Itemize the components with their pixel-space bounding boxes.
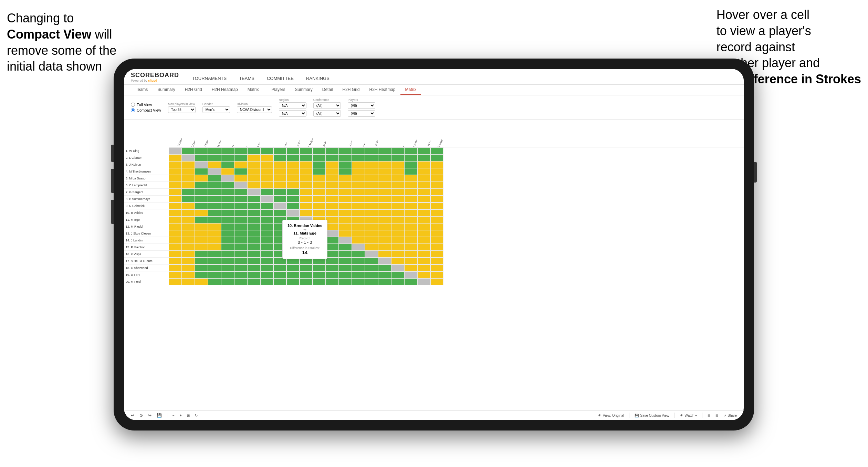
grid-cell[interactable] bbox=[208, 161, 221, 168]
grid-cell[interactable] bbox=[208, 230, 221, 237]
grid-cell[interactable] bbox=[208, 264, 221, 271]
grid-cell[interactable] bbox=[273, 278, 286, 285]
grid-cell[interactable] bbox=[339, 230, 352, 237]
fit-button[interactable]: ⊞ bbox=[187, 414, 190, 417]
grid-cell[interactable] bbox=[352, 182, 365, 189]
grid-cell[interactable] bbox=[182, 182, 195, 189]
grid-cell[interactable] bbox=[273, 203, 286, 209]
grid-cell[interactable] bbox=[430, 237, 443, 244]
grid-cell[interactable] bbox=[339, 237, 352, 244]
grid-cell[interactable] bbox=[352, 278, 365, 285]
grid-cell[interactable] bbox=[417, 251, 430, 258]
grid-cell[interactable] bbox=[169, 196, 182, 203]
grid-cell[interactable] bbox=[404, 182, 417, 189]
grid-cell[interactable] bbox=[326, 264, 339, 271]
grid-cell[interactable] bbox=[430, 251, 443, 258]
grid-cell[interactable] bbox=[313, 161, 326, 168]
zoom-out-button[interactable]: − bbox=[172, 414, 175, 417]
grid-cell[interactable] bbox=[273, 154, 286, 161]
grid-cell[interactable] bbox=[326, 189, 339, 196]
sub-tab-teams[interactable]: Teams bbox=[131, 85, 153, 95]
grid-cell[interactable] bbox=[313, 271, 326, 278]
grid-cell[interactable] bbox=[378, 278, 391, 285]
grid-cell[interactable] bbox=[169, 244, 182, 251]
grid-cell[interactable] bbox=[300, 154, 313, 161]
grid-cell[interactable] bbox=[208, 189, 221, 196]
grid-cell[interactable] bbox=[365, 161, 378, 168]
grid-cell[interactable] bbox=[286, 209, 300, 216]
grid-cell[interactable] bbox=[391, 216, 404, 223]
grid-cell[interactable] bbox=[169, 258, 182, 264]
division-select[interactable]: NCAA Division I bbox=[237, 106, 272, 113]
grid-cell[interactable] bbox=[260, 271, 273, 278]
grid-cell[interactable] bbox=[391, 244, 404, 251]
grid-cell[interactable] bbox=[326, 175, 339, 182]
grid-cell[interactable] bbox=[234, 230, 247, 237]
grid-cell[interactable] bbox=[221, 168, 234, 175]
grid-cell[interactable] bbox=[182, 230, 195, 237]
grid-cell[interactable] bbox=[326, 209, 339, 216]
grid-cell[interactable] bbox=[247, 258, 260, 264]
grid-cell[interactable] bbox=[234, 196, 247, 203]
grid-cell[interactable] bbox=[221, 237, 234, 244]
grid-cell[interactable] bbox=[417, 230, 430, 237]
grid-cell[interactable] bbox=[195, 271, 208, 278]
grid-cell[interactable] bbox=[247, 264, 260, 271]
grid-cell[interactable] bbox=[286, 168, 300, 175]
grid-cell[interactable] bbox=[208, 209, 221, 216]
grid-cell[interactable] bbox=[221, 154, 234, 161]
grid-cell[interactable] bbox=[313, 154, 326, 161]
grid-cell[interactable] bbox=[221, 223, 234, 230]
grid-cell[interactable] bbox=[234, 271, 247, 278]
grid-cell[interactable] bbox=[182, 251, 195, 258]
grid-cell[interactable] bbox=[313, 182, 326, 189]
grid-cell[interactable] bbox=[273, 209, 286, 216]
grid-cell[interactable] bbox=[365, 271, 378, 278]
grid-cell[interactable] bbox=[430, 168, 443, 175]
grid-cell[interactable] bbox=[352, 264, 365, 271]
grid-cell[interactable] bbox=[221, 264, 234, 271]
grid-cell[interactable] bbox=[182, 237, 195, 244]
grid-cell[interactable] bbox=[286, 161, 300, 168]
grid-cell[interactable] bbox=[234, 203, 247, 209]
nav-teams[interactable]: TEAMS bbox=[233, 73, 261, 84]
grid-cell[interactable] bbox=[391, 237, 404, 244]
grid-cell[interactable] bbox=[391, 209, 404, 216]
grid-cell[interactable] bbox=[195, 264, 208, 271]
grid-cell[interactable] bbox=[234, 175, 247, 182]
grid-cell[interactable] bbox=[404, 168, 417, 175]
grid-cell[interactable] bbox=[221, 209, 234, 216]
grid-cell[interactable] bbox=[391, 264, 404, 271]
grid-cell[interactable] bbox=[404, 196, 417, 203]
grid-cell[interactable] bbox=[313, 209, 326, 216]
grid-cell[interactable] bbox=[260, 154, 273, 161]
grid-cell[interactable] bbox=[300, 182, 313, 189]
grid-cell[interactable] bbox=[260, 203, 273, 209]
grid-cell[interactable] bbox=[234, 223, 247, 230]
compact-view-radio[interactable] bbox=[131, 108, 135, 112]
grid-cell[interactable] bbox=[260, 264, 273, 271]
grid-cell[interactable] bbox=[208, 244, 221, 251]
grid-cell[interactable] bbox=[221, 258, 234, 264]
grid-cell[interactable] bbox=[182, 175, 195, 182]
grid-cell[interactable] bbox=[430, 230, 443, 237]
grid-cell[interactable] bbox=[417, 147, 430, 154]
grid-cell[interactable] bbox=[313, 147, 326, 154]
grid-cell[interactable] bbox=[326, 258, 339, 264]
grid-cell[interactable] bbox=[195, 251, 208, 258]
grid-cell[interactable] bbox=[417, 182, 430, 189]
grid-cell[interactable] bbox=[247, 168, 260, 175]
grid-cell[interactable] bbox=[378, 271, 391, 278]
grid-cell[interactable] bbox=[404, 223, 417, 230]
grid-cell[interactable] bbox=[326, 230, 339, 237]
grid-cell[interactable] bbox=[378, 258, 391, 264]
grid-cell[interactable] bbox=[195, 147, 208, 154]
grid-cell[interactable] bbox=[417, 175, 430, 182]
grid-cell[interactable] bbox=[391, 154, 404, 161]
layout-button[interactable]: ⊞ bbox=[708, 414, 710, 417]
grid-cell[interactable] bbox=[247, 230, 260, 237]
grid-cell[interactable] bbox=[195, 154, 208, 161]
grid-cell[interactable] bbox=[339, 154, 352, 161]
grid-cell[interactable] bbox=[195, 196, 208, 203]
volume-up-button[interactable] bbox=[111, 145, 114, 162]
